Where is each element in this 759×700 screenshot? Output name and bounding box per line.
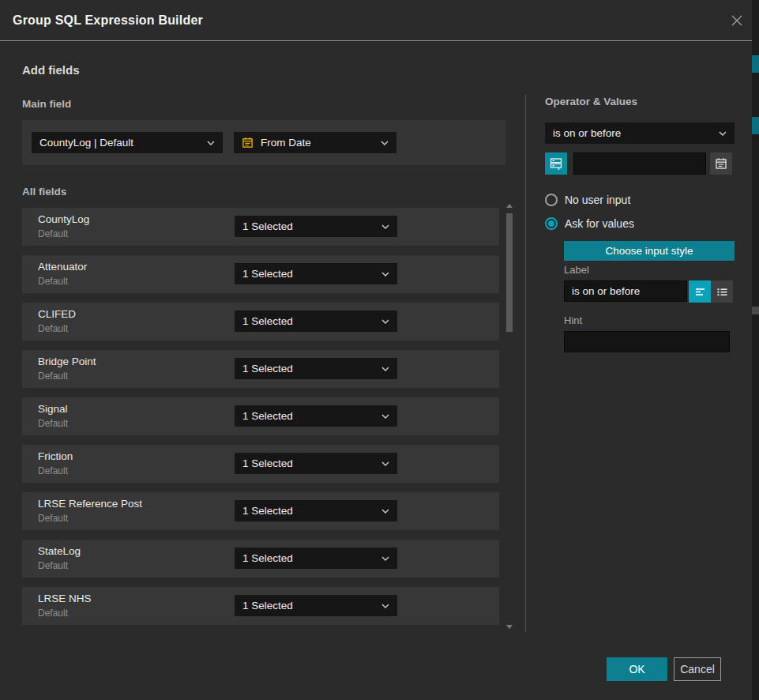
field-sublabel: Default (38, 323, 68, 334)
field-sublabel: Default (38, 560, 68, 571)
field-row-signal: Signal Default 1 Selected (22, 397, 499, 435)
field-row-countylog: CountyLog Default 1 Selected (22, 208, 499, 246)
main-field-field-select[interactable]: From Date (234, 132, 396, 153)
ok-button[interactable]: OK (607, 657, 667, 681)
background-edge-segment (752, 307, 759, 314)
chevron-down-icon (381, 367, 389, 371)
field-values-select[interactable]: 1 Selected (235, 216, 397, 237)
chevron-down-icon (381, 604, 389, 608)
main-field-source-select[interactable]: CountyLog | Default (32, 132, 223, 153)
background-edge-segment (752, 55, 759, 73)
main-field-box: CountyLog | Default From Date (22, 120, 505, 165)
calendar-icon (242, 137, 254, 149)
field-name: StateLog (38, 545, 81, 557)
main-field-field-value: From Date (261, 137, 376, 149)
field-name: Attenuator (38, 261, 87, 273)
radio-selected-icon[interactable] (545, 217, 558, 230)
field-values-select[interactable]: 1 Selected (235, 453, 397, 474)
date-value-input[interactable] (573, 152, 706, 175)
field-row-statelog: StateLog Default 1 Selected (22, 540, 499, 578)
field-row-friction: Friction Default 1 Selected (22, 445, 499, 483)
value-input-row (545, 152, 735, 175)
field-name: LRSE Reference Post (38, 498, 142, 510)
chevron-down-icon (719, 131, 727, 136)
list-scrollbar[interactable] (506, 202, 513, 630)
operator-value: is on or before (553, 127, 714, 139)
align-left-icon[interactable] (689, 280, 711, 303)
dialog-header: Group SQL Expression Builder (0, 0, 752, 41)
field-row-lrse-nhs: LRSE NHS Default 1 Selected (22, 587, 499, 625)
main-field-heading: Main field (22, 98, 71, 110)
radio-no-user-input-label: No user input (565, 194, 630, 206)
radio-ask-for-values[interactable]: Ask for values (545, 216, 735, 231)
chevron-down-icon (381, 272, 389, 277)
calendar-picker-icon[interactable] (710, 152, 732, 175)
field-values-select[interactable]: 1 Selected (235, 500, 397, 521)
chevron-down-icon (381, 224, 389, 229)
field-name: Bridge Point (38, 356, 96, 367)
dialog-title: Group SQL Expression Builder (13, 0, 203, 41)
field-row-clifed: CLIFED Default 1 Selected (22, 303, 499, 341)
bulleted-list-icon[interactable] (711, 280, 733, 303)
chevron-down-icon (207, 141, 215, 145)
all-fields-list: CountyLog Default 1 Selected Attenuator … (22, 208, 499, 634)
field-name: CLIFED (38, 308, 76, 320)
field-sublabel: Default (38, 513, 68, 524)
field-values-select[interactable]: 1 Selected (235, 548, 397, 569)
panel-divider (525, 95, 526, 632)
chevron-down-icon (381, 141, 389, 145)
label-style-toggle-group (689, 280, 733, 303)
chevron-down-icon (381, 461, 389, 466)
choose-input-style-button[interactable]: Choose input style (564, 241, 735, 261)
radio-no-user-input[interactable]: No user input (545, 193, 735, 207)
field-values-select[interactable]: 1 Selected (235, 310, 397, 332)
field-name: Signal (38, 403, 68, 415)
field-sublabel: Default (38, 465, 68, 476)
field-row-attenuator: Attenuator Default 1 Selected (22, 255, 499, 293)
label-caption: Label (564, 264, 589, 276)
label-input[interactable] (564, 280, 687, 302)
field-sublabel: Default (38, 276, 68, 287)
field-values-select[interactable]: 1 Selected (235, 595, 397, 616)
field-name: Friction (38, 450, 73, 462)
cancel-button[interactable]: Cancel (674, 657, 721, 681)
background-app-edge (752, 0, 759, 700)
field-row-lrse-reference-post: LRSE Reference Post Default 1 Selected (22, 492, 499, 530)
radio-ask-for-values-label: Ask for values (565, 217, 634, 230)
field-values-select[interactable]: 1 Selected (235, 358, 397, 379)
field-values-select[interactable]: 1 Selected (235, 405, 397, 427)
input-type-icon[interactable] (545, 152, 567, 175)
scrollbar-down-arrow-icon[interactable] (506, 625, 513, 629)
hint-caption: Hint (564, 314, 582, 326)
main-field-source-value: CountyLog | Default (39, 137, 202, 149)
chevron-down-icon (381, 319, 389, 324)
close-icon[interactable] (730, 13, 744, 28)
all-fields-heading: All fields (22, 186, 66, 198)
add-fields-heading: Add fields (22, 63, 80, 77)
chevron-down-icon (381, 556, 389, 561)
radio-unselected-icon[interactable] (545, 194, 558, 206)
hint-input[interactable] (564, 331, 730, 352)
field-sublabel: Default (38, 371, 68, 382)
chevron-down-icon (381, 509, 389, 514)
field-name: CountyLog (38, 213, 89, 225)
chevron-down-icon (381, 414, 389, 419)
field-sublabel: Default (38, 228, 68, 239)
field-row-bridge-point: Bridge Point Default 1 Selected (22, 350, 499, 388)
group-sql-expression-builder-dialog: Group SQL Expression Builder Add fields … (0, 0, 752, 700)
scrollbar-up-arrow-icon[interactable] (506, 204, 513, 208)
field-sublabel: Default (38, 418, 68, 429)
field-values-select[interactable]: 1 Selected (235, 263, 397, 284)
screen: Group SQL Expression Builder Add fields … (0, 0, 759, 700)
background-edge-segment (752, 117, 759, 134)
field-name: LRSE NHS (38, 593, 92, 604)
scrollbar-thumb[interactable] (506, 213, 513, 332)
operator-select[interactable]: is on or before (545, 122, 735, 144)
field-sublabel: Default (38, 608, 68, 619)
operator-values-heading: Operator & Values (545, 96, 637, 107)
